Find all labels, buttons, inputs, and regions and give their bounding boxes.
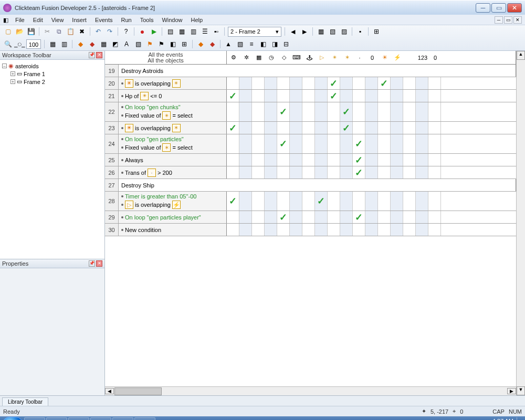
window-minimize-button[interactable]: ─: [476, 3, 490, 13]
timer-icon[interactable]: ◷: [266, 52, 277, 64]
action-cell[interactable]: [391, 192, 403, 211]
action-cell[interactable]: [239, 211, 252, 223]
action-cell[interactable]: [265, 102, 277, 121]
diamond-icon[interactable]: ◇: [278, 52, 290, 64]
action-cell[interactable]: ✓: [227, 122, 239, 134]
action-cell[interactable]: [328, 122, 340, 134]
action-cell[interactable]: [290, 211, 302, 223]
tree-root[interactable]: − ◉ asteroids: [2, 62, 102, 70]
action-cell[interactable]: [428, 192, 441, 211]
event-row-30[interactable]: 30New condition: [105, 224, 516, 236]
event-conditions[interactable]: ☀is overlapping✴: [119, 77, 227, 89]
action-cell[interactable]: [302, 211, 315, 223]
action-cell[interactable]: [391, 102, 403, 121]
workspace-tree[interactable]: − ◉ asteroids + ▭ Frame 1 + ▭ Frame 2: [0, 60, 104, 259]
action-cell[interactable]: [365, 224, 378, 236]
action-cell[interactable]: ✓: [353, 211, 365, 223]
event-grid[interactable]: 19Destroy Astroids20☀is overlapping✴✓✓21…: [105, 65, 516, 386]
properties-pin-icon[interactable]: 📌: [89, 260, 95, 267]
sun-icon[interactable]: ☀: [379, 52, 391, 64]
frame-view-2[interactable]: ▧: [328, 27, 337, 36]
checker-icon[interactable]: ▩: [253, 52, 265, 64]
action-cell[interactable]: [315, 224, 328, 236]
action-cell[interactable]: [365, 122, 378, 134]
joystick-icon[interactable]: 🕹: [303, 52, 315, 64]
menu-help[interactable]: Help: [187, 16, 207, 24]
action-cell[interactable]: [302, 122, 315, 134]
action-cell[interactable]: ✓: [227, 192, 239, 211]
action-cell[interactable]: [391, 154, 403, 166]
action-cell[interactable]: [403, 90, 416, 102]
action-cell[interactable]: [378, 122, 391, 134]
particle-icon[interactable]: ·: [354, 52, 365, 64]
ev-tool-10[interactable]: ⚑: [156, 39, 166, 49]
action-cell[interactable]: [252, 90, 265, 102]
event-conditions[interactable]: On loop "gen particles"Fixed value of✶= …: [119, 134, 227, 153]
event-row-27[interactable]: 27Destroy Ship: [105, 179, 516, 192]
action-cell[interactable]: [403, 77, 416, 89]
frame-ed-button[interactable]: ▦: [177, 27, 186, 36]
action-cell[interactable]: ✓: [340, 122, 353, 134]
action-cell[interactable]: ✓: [353, 166, 365, 178]
keyboard-icon[interactable]: ⌨: [291, 52, 302, 64]
action-cell[interactable]: [277, 192, 290, 211]
menu-run[interactable]: Run: [118, 16, 135, 24]
action-cell[interactable]: [340, 154, 353, 166]
action-cell[interactable]: [391, 134, 403, 153]
action-cell[interactable]: [315, 154, 328, 166]
action-cell[interactable]: [353, 122, 365, 134]
action-cell[interactable]: [365, 134, 378, 153]
paste-button[interactable]: 📋: [66, 27, 75, 36]
event-ed-button[interactable]: ▥: [188, 27, 198, 36]
action-cell[interactable]: [428, 134, 441, 153]
event-row-28[interactable]: 28Timer is greater than 05''-00▷is overl…: [105, 192, 516, 211]
action-cell[interactable]: [403, 122, 416, 134]
action-cell[interactable]: [315, 77, 328, 89]
ship-icon[interactable]: ▷: [316, 52, 328, 64]
grid-button[interactable]: ⊞: [372, 27, 381, 36]
window-close-button[interactable]: ✕: [507, 3, 522, 13]
action-cell[interactable]: [239, 192, 252, 211]
event-row-24[interactable]: 24On loop "gen particles"Fixed value of✶…: [105, 134, 516, 154]
event-conditions[interactable]: ☀is overlapping✶: [119, 122, 227, 134]
chunk-icon[interactable]: ✶: [341, 52, 353, 64]
action-cell[interactable]: [302, 224, 315, 236]
action-cell[interactable]: ✓: [378, 77, 391, 89]
action-cell[interactable]: [227, 77, 239, 89]
gear-icon[interactable]: ⚙: [228, 52, 239, 64]
action-cell[interactable]: [328, 192, 340, 211]
action-cell[interactable]: [353, 77, 365, 89]
action-cell[interactable]: [302, 166, 315, 178]
action-cell[interactable]: [340, 134, 353, 153]
action-cell[interactable]: ✓: [340, 102, 353, 121]
action-cell[interactable]: [290, 102, 302, 121]
action-cell[interactable]: [239, 102, 252, 121]
mdi-restore-button[interactable]: ▭: [504, 16, 512, 24]
action-cell[interactable]: [302, 134, 315, 153]
action-cell[interactable]: [227, 134, 239, 153]
action-cell[interactable]: [277, 122, 290, 134]
action-cell[interactable]: [328, 211, 340, 223]
action-cell[interactable]: [252, 122, 265, 134]
action-cell[interactable]: [403, 154, 416, 166]
action-cell[interactable]: [365, 90, 378, 102]
event-comment[interactable]: Destroy Ship: [119, 179, 516, 191]
ev-tool-13[interactable]: ◆: [196, 39, 205, 49]
stop-button[interactable]: ●: [138, 27, 147, 36]
task-fusion[interactable]: ◉: [134, 417, 155, 420]
system-tray[interactable]: ⚑ ◪ ▂▄▆ 🔊 4:37 AM 4/18/2018: [445, 417, 523, 420]
action-cell[interactable]: [252, 166, 265, 178]
action-cell[interactable]: [277, 90, 290, 102]
action-cell[interactable]: [365, 102, 378, 121]
window-maximize-button[interactable]: ▭: [491, 3, 506, 13]
event-row-26[interactable]: 26Trans of·> 200✓: [105, 166, 516, 179]
action-cell[interactable]: [428, 154, 441, 166]
ev-tool-11[interactable]: ◧: [168, 39, 177, 49]
action-cell[interactable]: [290, 122, 302, 134]
nav-next-button[interactable]: ▶: [300, 27, 309, 36]
ev-tool-6[interactable]: ◩: [110, 39, 120, 49]
event-vscrollbar[interactable]: ▲ ▼: [516, 51, 525, 395]
tree-frame2[interactable]: + ▭ Frame 2: [2, 78, 102, 86]
event-row-25[interactable]: 25Always✓: [105, 154, 516, 166]
play-button[interactable]: ▶: [149, 27, 159, 36]
